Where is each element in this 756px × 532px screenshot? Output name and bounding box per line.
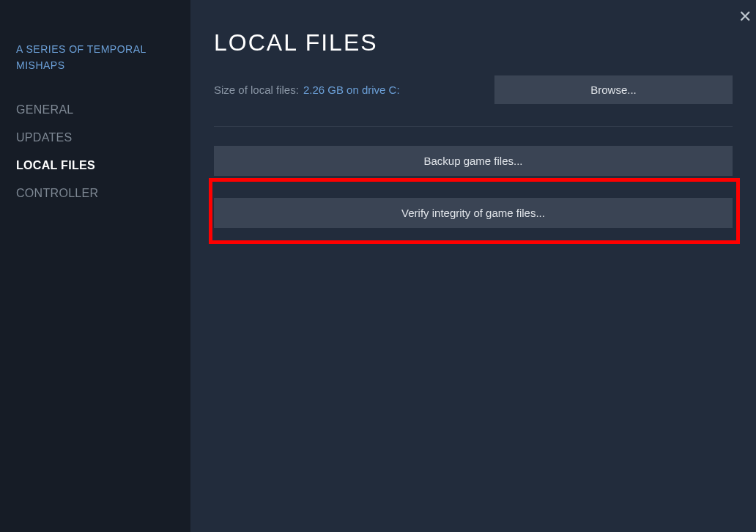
page-title: LOCAL FILES: [214, 29, 733, 56]
size-label: Size of local files:: [214, 84, 299, 96]
size-value: 2.26 GB on drive C:: [303, 84, 400, 96]
backup-button[interactable]: Backup game files...: [214, 146, 733, 176]
size-row: Size of local files: 2.26 GB on drive C:…: [214, 75, 733, 104]
sidebar-item-controller[interactable]: CONTROLLER: [16, 180, 174, 207]
main-panel: LOCAL FILES Size of local files: 2.26 GB…: [190, 0, 756, 532]
browse-button[interactable]: Browse...: [494, 75, 733, 104]
sidebar-item-local-files[interactable]: LOCAL FILES: [16, 152, 174, 180]
sidebar-item-updates[interactable]: UPDATES: [16, 124, 174, 152]
game-title: A SERIES OF TEMPORAL MISHAPS: [16, 41, 174, 74]
verify-integrity-button[interactable]: Verify integrity of game files...: [214, 198, 733, 228]
sidebar-item-general[interactable]: GENERAL: [16, 96, 174, 124]
size-text: Size of local files: 2.26 GB on drive C:: [214, 84, 400, 96]
close-icon[interactable]: ✕: [738, 7, 752, 26]
sidebar: A SERIES OF TEMPORAL MISHAPS GENERAL UPD…: [0, 0, 190, 532]
divider: [214, 126, 733, 127]
